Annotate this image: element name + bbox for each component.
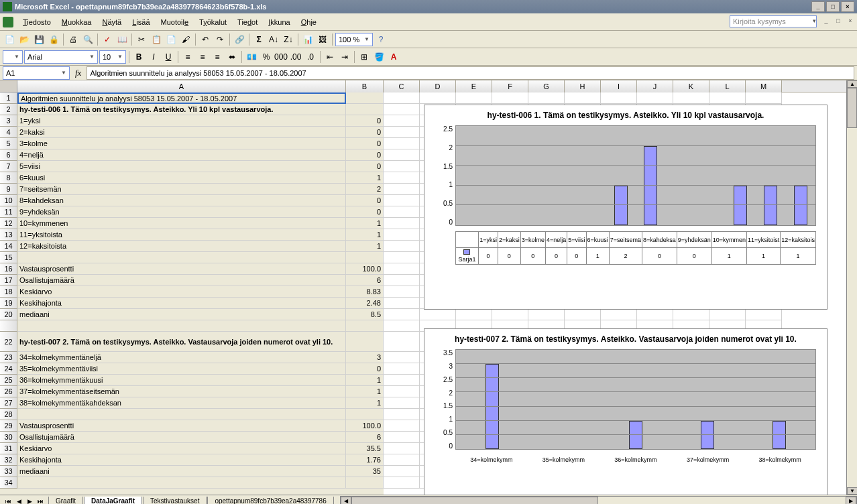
cell[interactable]: 4=neljä (17, 149, 346, 161)
cell[interactable] (384, 309, 420, 320)
row-header[interactable]: 3 (0, 115, 17, 127)
col-header-E[interactable]: E (456, 80, 492, 92)
row-header[interactable]: 25 (0, 375, 17, 386)
cell[interactable] (384, 298, 420, 309)
row-header[interactable]: 11 (0, 206, 17, 218)
cell[interactable] (492, 309, 528, 320)
cell[interactable]: 6=kuusi (17, 172, 346, 184)
cell[interactable] (346, 320, 384, 332)
cell[interactable]: 8=kahdeksan (17, 195, 346, 206)
row-header[interactable]: 13 (0, 229, 17, 241)
cell[interactable]: Keskihajonta (17, 454, 346, 466)
row-header[interactable]: 9 (0, 184, 17, 195)
col-header-H[interactable]: H (565, 80, 601, 92)
row-header[interactable]: 10 (0, 195, 17, 206)
cell[interactable]: 1 (346, 229, 384, 241)
row-header[interactable]: 32 (0, 454, 17, 466)
sheet-tab[interactable]: Tekstivastaukset (143, 497, 207, 505)
cell[interactable] (384, 92, 420, 104)
new-icon[interactable]: 📄 (3, 33, 16, 46)
cell[interactable] (384, 195, 420, 206)
cell[interactable]: 1 (346, 218, 384, 229)
cell[interactable] (456, 92, 492, 104)
cell[interactable] (384, 149, 420, 161)
print-icon[interactable]: 🖨 (66, 33, 80, 46)
cell[interactable] (346, 92, 384, 104)
increase-decimal-icon[interactable]: .00 (289, 50, 302, 64)
cell[interactable] (637, 92, 673, 104)
help-question-input[interactable]: Kirjoita kysymys (730, 15, 817, 27)
cell[interactable] (528, 92, 565, 104)
cell[interactable] (17, 477, 346, 489)
cell[interactable] (17, 252, 346, 263)
cell[interactable]: 1 (346, 397, 384, 409)
save-icon[interactable]: 💾 (32, 33, 46, 46)
menu-lisaa[interactable]: Lisää (127, 17, 155, 27)
cell[interactable]: hy-testi-006 1. Tämä on testikysymys. As… (17, 104, 346, 115)
increase-indent-icon[interactable]: ⇥ (338, 50, 351, 64)
menu-tiedosto[interactable]: Tiedosto (17, 17, 56, 27)
cell[interactable] (384, 275, 420, 286)
cell[interactable] (17, 320, 346, 332)
row-header[interactable]: 28 (0, 409, 17, 420)
cell[interactable] (384, 454, 420, 466)
cell[interactable]: 2=kaksi (17, 127, 346, 138)
doc-close-button[interactable]: × (845, 16, 856, 25)
comma-icon[interactable]: 000 (274, 50, 288, 64)
restore-button[interactable]: □ (826, 1, 840, 12)
menu-tyokalut[interactable]: Työkalut (194, 17, 232, 27)
cell[interactable] (528, 309, 565, 320)
underline-button[interactable]: U (162, 50, 175, 64)
horizontal-scrollbar[interactable]: ◀ ▶ (340, 496, 857, 505)
bold-button[interactable]: B (132, 50, 146, 64)
cell[interactable]: 3=kolme (17, 138, 346, 149)
drawing-icon[interactable]: 🖼 (316, 33, 329, 46)
menu-muokkaa[interactable]: Muokkaa (56, 17, 97, 27)
hyperlink-icon[interactable]: 🔗 (233, 33, 246, 46)
cell[interactable]: 1 (346, 172, 384, 184)
cell[interactable] (384, 127, 420, 138)
fx-icon[interactable]: fx (75, 68, 81, 78)
doc-minimize-button[interactable]: ▾ (809, 16, 819, 25)
preview-icon[interactable]: 🔍 (81, 33, 95, 46)
row-header[interactable]: 31 (0, 443, 17, 454)
chart[interactable]: hy-testi-006 1. Tämä on testikysymys. As… (424, 105, 827, 310)
chart[interactable]: hy-testi-007 2. Tämä on testikysymys. As… (424, 328, 827, 495)
align-right-icon[interactable]: ≡ (211, 50, 224, 64)
row-header[interactable]: 7 (0, 161, 17, 172)
row-header[interactable]: 19 (0, 298, 17, 309)
sheet-tab[interactable]: Graafit (48, 497, 83, 505)
cell[interactable]: 38=kolmekymmentäkahdeksan (17, 397, 346, 409)
cell[interactable] (420, 92, 456, 104)
cell[interactable]: Osallistujamäärä (17, 432, 346, 443)
research-icon[interactable]: 📖 (115, 33, 129, 46)
tab-next-button[interactable]: ▶ (24, 497, 35, 505)
cell[interactable] (384, 432, 420, 443)
col-header-A[interactable]: A (17, 80, 346, 92)
font-dropdown[interactable]: Arial▼ (24, 50, 98, 64)
row-header[interactable]: 2 (0, 104, 17, 115)
autosum-icon[interactable]: Σ (252, 33, 266, 46)
cell[interactable] (601, 309, 637, 320)
cell[interactable] (384, 443, 420, 454)
cell[interactable]: 11=yksitoista (17, 229, 346, 241)
cell[interactable]: 1.76 (346, 454, 384, 466)
italic-button[interactable]: I (147, 50, 160, 64)
sort-asc-icon[interactable]: A↓ (267, 33, 280, 46)
cell[interactable] (384, 161, 420, 172)
cell[interactable] (346, 252, 384, 263)
col-header-B[interactable]: B (346, 80, 384, 92)
doc-maximize-button[interactable]: □ (833, 16, 844, 25)
row-header[interactable]: 6 (0, 149, 17, 161)
cell[interactable] (384, 138, 420, 149)
style-dropdown[interactable]: ▼ (3, 50, 23, 64)
tab-first-button[interactable]: ⏮ (3, 497, 13, 505)
cell[interactable]: 6 (346, 432, 384, 443)
align-left-icon[interactable]: ≡ (181, 50, 194, 64)
cell[interactable] (346, 409, 384, 420)
cell[interactable]: 7=seitsemän (17, 184, 346, 195)
row-header[interactable]: 5 (0, 138, 17, 149)
cell[interactable]: 8.5 (346, 309, 384, 320)
col-header-K[interactable]: K (673, 80, 709, 92)
row-header[interactable]: 14 (0, 241, 17, 252)
